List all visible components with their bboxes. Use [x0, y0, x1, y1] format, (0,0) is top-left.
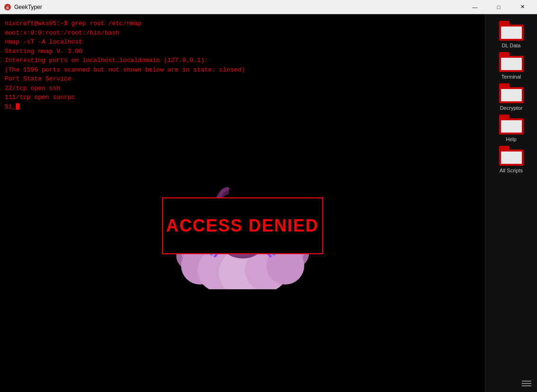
terminal-line: nmap -sT -A localhost [5, 37, 480, 47]
terminal-line: 22/tcp open ssh [5, 84, 480, 93]
folder-icon [499, 21, 524, 41]
folder-paper [501, 151, 522, 164]
folder-body [499, 118, 524, 134]
folder-paper [501, 58, 522, 70]
folder-icon [499, 146, 524, 166]
main-area: nixcraft@wks05:~$ grep root /etc/nmapeoo… [0, 14, 537, 392]
app-icon: G [4, 3, 11, 11]
titlebar-title: GeekTyper [14, 4, 42, 10]
hamburger-menu[interactable] [520, 379, 533, 388]
terminal-line: Port State Service [5, 74, 480, 84]
minimize-button[interactable]: — [464, 0, 486, 14]
sidebar-items-container: DL DataTerminalDecryptorHelpAll Scripts [490, 19, 533, 175]
hamburger-line-1 [522, 381, 531, 382]
folder-icon [499, 83, 524, 103]
folder-paper [501, 89, 522, 101]
titlebar-left: G GeekTyper [4, 3, 42, 11]
folder-icon [499, 52, 524, 72]
terminal-line: 111/tcp open sunrpc [5, 93, 480, 102]
access-denied-overlay: ACCESS DENIED [162, 197, 323, 254]
sidebar-item-decryptor[interactable]: Decryptor [490, 81, 533, 113]
folder-body [499, 25, 524, 41]
close-button[interactable]: ✕ [511, 0, 533, 14]
sidebar-item-terminal[interactable]: Terminal [490, 50, 533, 81]
sidebar-item-label: Decryptor [500, 105, 523, 111]
sidebar-item-label: DL Data [502, 43, 521, 48]
terminal-cursor: █ [16, 103, 19, 110]
terminal-line: 51_█ [5, 102, 480, 112]
terminal-line: (The 1596 ports scanned but not shown be… [5, 65, 480, 75]
sidebar-item-label: Help [506, 136, 517, 142]
terminal-output: nixcraft@wks05:~$ grep root /etc/nmapeoo… [5, 19, 480, 111]
sidebar-item-label: All Scripts [500, 168, 523, 173]
hamburger-line-2 [522, 383, 531, 384]
sidebar-item-label: Terminal [501, 74, 521, 80]
titlebar: G GeekTyper — □ ✕ [0, 0, 537, 14]
terminal-line: eoot:x:0:0:root:/root:/bin/bash [5, 28, 480, 38]
folder-body [499, 87, 524, 103]
hamburger-line-3 [522, 385, 531, 386]
folder-body [499, 150, 524, 166]
terminal-line: nixcraft@wks05:~$ grep root /etc/nmap [5, 19, 480, 28]
sidebar-item-help[interactable]: Help [490, 113, 533, 144]
folder-paper [501, 120, 522, 133]
svg-text:G: G [7, 6, 9, 10]
access-denied-text: ACCESS DENIED [166, 213, 319, 239]
folder-paper [501, 27, 522, 39]
sidebar: DL DataTerminalDecryptorHelpAll Scripts [485, 14, 537, 392]
terminal-area: nixcraft@wks05:~$ grep root /etc/nmapeoo… [0, 14, 485, 392]
terminal-line: Interesting ports on localhost.localdoma… [5, 56, 480, 65]
terminal-line: Starting nmap V. 3.00 [5, 47, 480, 56]
folder-icon [499, 115, 524, 134]
titlebar-controls: — □ ✕ [464, 0, 533, 14]
sidebar-item-dl-data[interactable]: DL Data [490, 19, 533, 50]
maximize-button[interactable]: □ [488, 0, 510, 14]
folder-body [499, 56, 524, 72]
sidebar-item-all-scripts[interactable]: All Scripts [490, 144, 533, 175]
